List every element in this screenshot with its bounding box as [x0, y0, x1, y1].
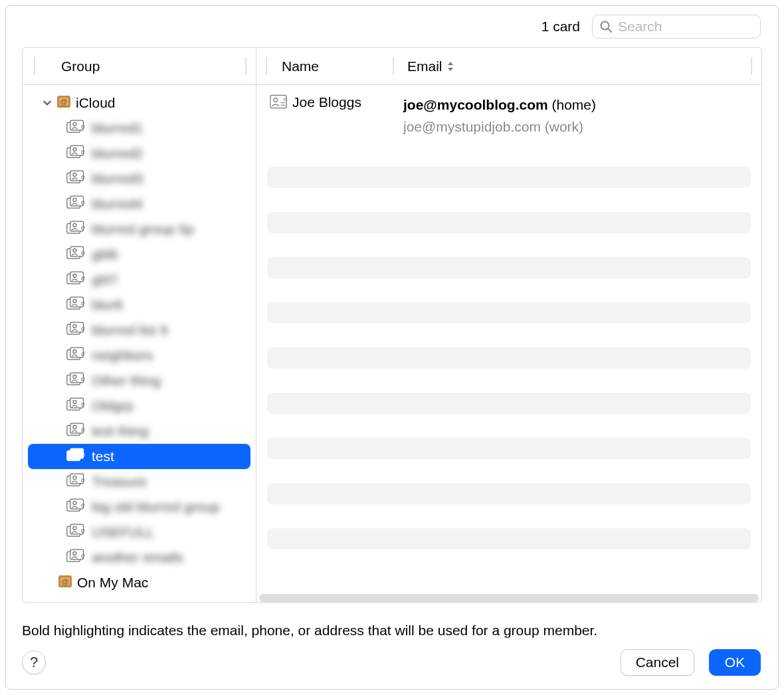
svg-text:@: @ [80, 503, 85, 508]
contact-group-icon: @ [66, 322, 88, 340]
sidebar-group-label: blurred group 5p [92, 221, 194, 237]
sidebar-group-item[interactable]: @test [28, 444, 250, 469]
contact-group-icon: @ [66, 397, 88, 415]
sidebar-group-label: blurred4 [92, 196, 143, 212]
sidebar-group-item[interactable]: @blurred2 [28, 141, 250, 166]
sidebar-group-item[interactable]: @Other thing [28, 368, 250, 393]
search-input[interactable] [618, 19, 753, 35]
empty-row-placeholder [267, 167, 751, 188]
sidebar-group-item[interactable]: @Oldgrp [28, 393, 250, 419]
svg-text:@: @ [80, 452, 85, 457]
sidebar-group-item[interactable]: @blurred list 9 [28, 318, 250, 343]
column-header-name[interactable]: Name [256, 48, 393, 84]
contacts-picker-window: 1 card Group @iCloud@blurred1@blurred2@b… [5, 5, 779, 690]
top-bar: 1 card [6, 6, 778, 47]
contact-group-icon: @ [66, 372, 88, 390]
address-book-icon: @ [56, 94, 72, 113]
sidebar-group-label: test [92, 448, 114, 464]
email-entry[interactable]: joe@mycoolblog.com (home) [403, 94, 751, 116]
sidebar-header[interactable]: Group [23, 48, 256, 85]
sidebar-group-label: big old blurred group [92, 499, 220, 515]
sidebar: Group @iCloud@blurred1@blurred2@blurred3… [23, 48, 256, 602]
sidebar-group-label: Other thing [92, 373, 161, 389]
sidebar-group-item[interactable]: @blurred4 [28, 191, 250, 217]
vcard-icon: @ [270, 94, 287, 112]
table-header: Name Email [256, 48, 761, 85]
svg-text:@: @ [80, 427, 85, 432]
account-row-icloud[interactable]: @iCloud [28, 90, 250, 116]
account-row-on-my-mac[interactable]: @On My Mac [28, 570, 250, 595]
svg-text:@: @ [80, 478, 85, 482]
contact-group-icon: @ [66, 145, 88, 163]
sort-indicator-icon [446, 61, 454, 72]
address-book-icon: @ [57, 573, 73, 593]
sidebar-group-item[interactable]: @USEFULL [28, 520, 250, 545]
sidebar-group-item[interactable]: @gbl7 [28, 267, 250, 292]
sidebar-group-item[interactable]: @Treasure [28, 469, 250, 494]
svg-text:@: @ [80, 175, 85, 179]
svg-text:@: @ [80, 377, 85, 381]
cancel-button[interactable]: Cancel [621, 649, 694, 676]
table-body: @Joe Bloggsjoe@mycoolblog.com (home)joe@… [256, 85, 761, 602]
contact-row[interactable]: @Joe Bloggsjoe@mycoolblog.com (home)joe@… [267, 89, 751, 143]
contact-group-icon: @ [66, 498, 88, 516]
help-button[interactable]: ? [22, 650, 46, 674]
sidebar-group-item[interactable]: @blurred1 [28, 116, 250, 141]
horizontal-scrollbar[interactable] [259, 594, 759, 602]
sidebar-group-item[interactable]: @blur8 [28, 292, 250, 318]
split-view: Group @iCloud@blurred1@blurred2@blurred3… [22, 47, 762, 603]
contact-group-icon: @ [66, 347, 88, 365]
svg-line-1 [608, 29, 611, 32]
svg-text:@: @ [80, 200, 85, 205]
contact-emails: joe@mycoolblog.com (home)joe@mystupidjob… [403, 94, 751, 138]
sidebar-group-item[interactable]: @big old blurred group [28, 494, 250, 520]
svg-text:@: @ [80, 250, 85, 255]
sidebar-group-item[interactable]: @another emails [28, 545, 250, 570]
column-email-label: Email [407, 58, 442, 74]
sidebar-group-label: Oldgrp [92, 398, 134, 414]
contact-name: Joe Bloggs [292, 94, 361, 110]
svg-text:@: @ [80, 402, 85, 407]
ok-button[interactable]: OK [709, 649, 761, 676]
svg-text:@: @ [80, 553, 85, 558]
column-header-email[interactable]: Email [393, 48, 761, 84]
sidebar-group-label: gbl7 [92, 272, 118, 288]
sidebar-group-item[interactable]: @test thing [28, 419, 250, 444]
contact-group-icon: @ [66, 448, 88, 466]
cancel-button-label: Cancel [636, 654, 679, 670]
search-field[interactable] [592, 15, 761, 39]
card-count-label: 1 card [541, 19, 580, 35]
sidebar-group-label: another emails [92, 549, 183, 565]
contact-group-icon: @ [66, 423, 88, 441]
empty-row-placeholder [267, 212, 751, 233]
contact-group-icon: @ [66, 120, 88, 138]
help-button-label: ? [30, 654, 38, 671]
sidebar-group-label: Treasure [92, 474, 147, 490]
column-name-label: Name [282, 58, 319, 74]
footer-note: Bold highlighting indicates the email, p… [22, 623, 762, 639]
sidebar-group-label: USEFULL [92, 524, 155, 540]
sidebar-group-item[interactable]: @blurred group 5p [28, 217, 250, 242]
svg-text:@: @ [80, 225, 85, 230]
disclosure-triangle-icon[interactable] [43, 95, 52, 111]
ok-button-label: OK [725, 654, 745, 670]
sidebar-group-label: gbl6 [92, 247, 118, 262]
empty-row-placeholder [267, 302, 751, 324]
contact-group-icon: @ [66, 170, 88, 188]
email-address: joe@mycoolblog.com [403, 97, 548, 112]
email-entry[interactable]: joe@mystupidjob.com (work) [403, 116, 751, 138]
button-group: Cancel OK [621, 649, 761, 676]
svg-text:@: @ [61, 577, 68, 585]
sidebar-group-item[interactable]: @gbl6 [28, 242, 250, 267]
sidebar-group-item[interactable]: @blurred3 [28, 166, 250, 191]
sidebar-group-label: blur8 [92, 297, 123, 313]
contact-group-icon: @ [66, 524, 88, 542]
contact-name-cell: @Joe Bloggs [270, 94, 403, 138]
sidebar-group-label: blurred2 [92, 146, 143, 161]
sidebar-group-label: blurred1 [92, 120, 143, 136]
empty-row-placeholder [267, 528, 751, 549]
sidebar-group-item[interactable]: @neighbors [28, 343, 250, 368]
email-type-label: (home) [552, 97, 597, 112]
email-address: joe@mystupidjob.com [403, 119, 541, 134]
contact-group-icon: @ [66, 271, 88, 289]
